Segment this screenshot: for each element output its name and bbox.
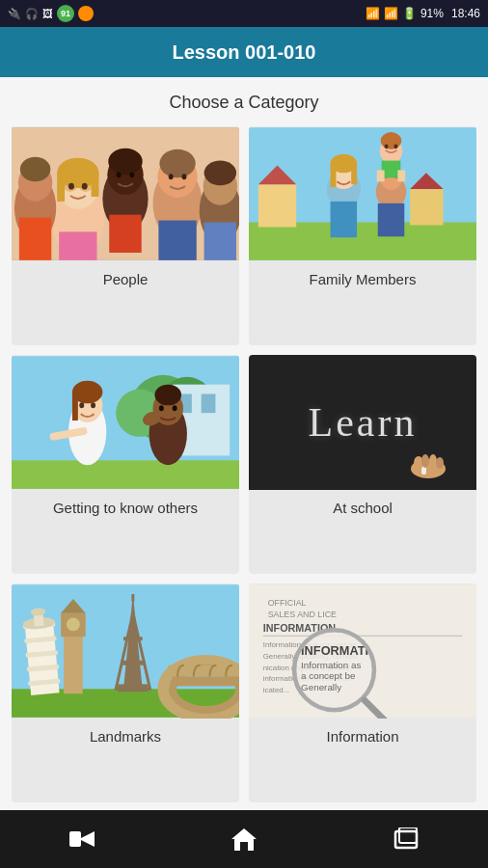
svg-rect-23 <box>158 221 196 260</box>
headphone-icon: 🎧 <box>25 8 39 20</box>
svg-rect-128 <box>69 831 81 847</box>
svg-point-26 <box>20 157 50 182</box>
svg-rect-33 <box>249 223 476 260</box>
recent-button[interactable] <box>383 820 431 858</box>
battery-icon: 🔋 <box>402 7 417 20</box>
svg-point-70 <box>91 402 95 408</box>
svg-point-83 <box>436 457 444 469</box>
svg-point-9 <box>68 183 74 190</box>
category-at-school[interactable]: Learn At school <box>249 355 476 574</box>
svg-rect-98 <box>121 661 146 665</box>
svg-rect-45 <box>331 202 358 237</box>
status-right-icons: 📶 📶 🔋 91% 18:46 <box>366 7 480 20</box>
svg-point-21 <box>169 174 174 179</box>
svg-rect-52 <box>377 170 385 181</box>
information-label: Information <box>249 719 476 754</box>
category-information[interactable]: OFFICIAL SALES AND LICE INFORMATION Info… <box>249 583 476 802</box>
svg-rect-101 <box>64 632 83 693</box>
getting-image <box>12 355 239 490</box>
svg-text:Information as: Information as <box>301 660 361 670</box>
svg-point-55 <box>393 144 397 149</box>
svg-text:Generally: Generally <box>301 682 341 692</box>
status-bar: 🔌 🎧 🖼 91 📶 📶 🔋 91% 18:46 <box>0 0 488 27</box>
svg-rect-48 <box>351 164 357 185</box>
battery-percent: 91% <box>420 7 444 20</box>
svg-text:OFFICIAL: OFFICIAL <box>268 598 307 608</box>
svg-rect-99 <box>123 637 143 640</box>
badge-91-icon: 91 <box>57 5 74 22</box>
svg-rect-8 <box>92 173 99 197</box>
category-family-members[interactable]: Family Members <box>249 126 476 345</box>
svg-text:icated...: icated... <box>263 686 290 694</box>
svg-point-20 <box>159 149 195 178</box>
getting-label: Getting to know others <box>12 490 239 526</box>
svg-text:SALES AND LICE: SALES AND LICE <box>268 610 337 619</box>
family-label: Family Members <box>249 261 476 297</box>
image-icon: 🖼 <box>42 8 53 19</box>
information-image: OFFICIAL SALES AND LICE INFORMATION Info… <box>249 583 476 719</box>
svg-rect-11 <box>59 231 96 259</box>
svg-point-74 <box>154 385 181 406</box>
svg-rect-108 <box>173 677 239 687</box>
svg-rect-130 <box>240 842 248 851</box>
svg-rect-53 <box>397 170 405 181</box>
category-getting-to-know[interactable]: Getting to know others <box>12 355 239 574</box>
svg-point-69 <box>79 402 84 408</box>
svg-rect-36 <box>410 189 443 225</box>
svg-point-76 <box>173 405 177 411</box>
svg-rect-7 <box>57 173 65 202</box>
usb-icon: 🔌 <box>8 8 21 20</box>
svg-point-82 <box>429 454 437 468</box>
svg-text:a concept be: a concept be <box>301 671 356 682</box>
landmarks-label: Landmarks <box>12 719 239 754</box>
svg-point-81 <box>421 454 429 468</box>
svg-point-104 <box>67 618 80 632</box>
svg-rect-31 <box>204 223 236 260</box>
svg-rect-17 <box>109 215 141 253</box>
svg-point-16 <box>129 172 134 177</box>
people-image <box>12 126 239 261</box>
header: Lesson 001-010 <box>0 27 488 77</box>
orange-circle-icon <box>78 6 94 21</box>
svg-point-10 <box>82 183 88 190</box>
svg-point-22 <box>182 174 187 179</box>
svg-point-54 <box>385 144 389 149</box>
svg-marker-127 <box>79 831 95 847</box>
status-left-icons: 🔌 🎧 🖼 91 <box>8 5 94 22</box>
svg-rect-63 <box>202 394 216 414</box>
school-label: At school <box>249 490 476 526</box>
svg-rect-97 <box>118 684 148 692</box>
header-title: Lesson 001-010 <box>173 41 316 64</box>
landmarks-image <box>12 583 239 719</box>
time-display: 18:46 <box>451 7 480 20</box>
wifi-icon: 📶 <box>366 7 380 20</box>
school-image: Learn <box>249 355 476 490</box>
svg-point-75 <box>159 405 164 411</box>
back-button[interactable] <box>57 820 105 858</box>
svg-point-14 <box>108 149 142 176</box>
svg-rect-47 <box>331 164 337 188</box>
main-content: Choose a Category <box>0 77 488 810</box>
category-landmarks[interactable]: Landmarks <box>12 583 239 802</box>
svg-rect-40 <box>378 203 405 236</box>
svg-rect-27 <box>19 218 51 260</box>
bottom-nav <box>0 810 488 868</box>
home-button[interactable] <box>220 820 268 858</box>
category-grid: People <box>12 126 476 802</box>
svg-rect-34 <box>258 184 296 227</box>
signal-icon: 📶 <box>384 7 398 20</box>
svg-rect-64 <box>12 460 239 488</box>
svg-rect-68 <box>72 393 78 421</box>
svg-rect-132 <box>399 827 417 843</box>
svg-point-30 <box>204 161 236 186</box>
people-label: People <box>12 261 239 297</box>
svg-point-50 <box>381 132 402 149</box>
page-subtitle: Choose a Category <box>12 93 476 113</box>
category-people[interactable]: People <box>12 126 239 345</box>
family-image <box>249 126 476 261</box>
svg-point-15 <box>117 172 122 177</box>
